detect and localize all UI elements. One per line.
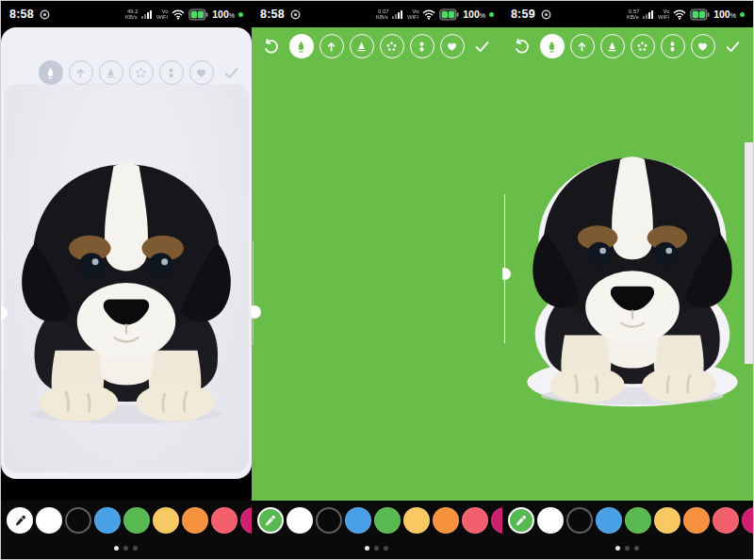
- puppy-image: [8, 144, 245, 427]
- signal-bars-icon: [392, 10, 402, 19]
- magenta-swatch[interactable]: [491, 507, 502, 534]
- page-dot: [114, 546, 119, 551]
- red-swatch[interactable]: [713, 507, 739, 534]
- green-background-canvas: [502, 27, 753, 501]
- yellow-swatch[interactable]: [654, 507, 680, 534]
- blue-swatch[interactable]: [345, 507, 371, 534]
- green-swatch[interactable]: [374, 507, 401, 534]
- blue-swatch[interactable]: [94, 507, 121, 534]
- palette-page-dots: [1, 546, 252, 551]
- status-green-dot: [740, 12, 745, 17]
- dots-dial-tool[interactable]: [631, 34, 655, 58]
- page-dot: [365, 546, 369, 551]
- transparent-swatch[interactable]: [65, 507, 91, 534]
- heart-tool[interactable]: [691, 34, 715, 58]
- white-swatch[interactable]: [287, 507, 313, 534]
- green-swatch[interactable]: [123, 507, 150, 534]
- palette-page-dots: [502, 546, 753, 551]
- status-bar: 8:59 0.57KB/s VoWiFi 100%: [502, 1, 753, 27]
- wand-tool[interactable]: [350, 34, 374, 58]
- red-swatch[interactable]: [462, 507, 488, 534]
- arrow-up-tool[interactable]: [570, 34, 595, 58]
- orange-swatch[interactable]: [683, 507, 710, 534]
- battery-icon: [439, 8, 459, 21]
- color-palette-bar: [502, 501, 753, 559]
- editor-card: [1, 27, 252, 479]
- page-dot: [615, 546, 620, 551]
- undo-icon[interactable]: [259, 34, 284, 58]
- done-check-icon[interactable]: [470, 34, 495, 58]
- white-swatch[interactable]: [537, 507, 564, 534]
- arrow-up-tool[interactable]: [320, 34, 344, 58]
- eraser-tool[interactable]: [540, 34, 565, 58]
- wand-tool[interactable]: [600, 34, 625, 58]
- battery-icon: [690, 8, 710, 21]
- app-screenshot-triptych: 8:58 49.2KB/s VoWiFi 100%: [0, 0, 754, 560]
- status-bar: 8:58 49.2KB/s VoWiFi 100%: [1, 1, 252, 27]
- page-dot: [123, 546, 128, 551]
- undo-icon[interactable]: [510, 34, 534, 58]
- wifi-icon: [172, 8, 185, 20]
- arrow-up-tool[interactable]: [69, 60, 93, 85]
- wifi-icon: [422, 8, 435, 20]
- status-green-dot: [238, 12, 243, 17]
- battery-percent: 100%: [212, 8, 235, 20]
- clock-text: 8:58: [260, 8, 285, 21]
- brush-offset-track[interactable]: [253, 241, 254, 345]
- dots-dial-tool[interactable]: [129, 60, 154, 85]
- battery-icon: [188, 8, 208, 21]
- orange-swatch[interactable]: [433, 507, 459, 534]
- record-circle-icon: [290, 9, 301, 20]
- battery-percent: 100%: [713, 8, 736, 20]
- transparent-swatch[interactable]: [566, 507, 593, 534]
- network-speed: 0.07KB/s: [375, 8, 388, 20]
- eraser-tool[interactable]: [289, 34, 314, 58]
- roller-tool[interactable]: [159, 60, 184, 85]
- wand-tool[interactable]: [99, 60, 123, 85]
- network-speed: 0.57KB/s: [626, 8, 639, 20]
- signal-bars-icon: [141, 10, 152, 19]
- status-green-dot: [489, 12, 494, 17]
- clock-text: 8:59: [511, 8, 535, 21]
- puppy-photo: [4, 84, 249, 472]
- magenta-swatch[interactable]: [742, 507, 753, 534]
- palette-row: [508, 507, 753, 534]
- blue-swatch[interactable]: [596, 507, 622, 534]
- roller-tool[interactable]: [661, 34, 685, 58]
- palette-page-dots: [252, 546, 502, 551]
- done-check-icon[interactable]: [721, 34, 746, 58]
- record-circle-icon: [541, 9, 551, 20]
- color-palette-bar: [1, 501, 252, 559]
- white-swatch[interactable]: [36, 507, 62, 534]
- eyedropper-swatch[interactable]: [257, 507, 284, 534]
- done-check-icon[interactable]: [220, 60, 244, 85]
- vowifi-indicator: VoWiFi: [156, 8, 168, 20]
- dots-dial-tool[interactable]: [380, 34, 404, 58]
- color-palette-bar: [252, 501, 502, 559]
- tool-toolbar: [252, 31, 502, 61]
- green-background-canvas: [252, 27, 502, 501]
- battery-percent: 100%: [463, 8, 485, 20]
- orange-swatch[interactable]: [182, 507, 208, 534]
- page-dot: [384, 546, 388, 551]
- heart-tool[interactable]: [440, 34, 465, 58]
- eyedropper-swatch[interactable]: [7, 507, 33, 534]
- screen-background-color: 8:58 0.07KB/s VoWiFi 100%: [252, 1, 502, 559]
- eyedropper-swatch[interactable]: [508, 507, 534, 534]
- green-swatch[interactable]: [625, 507, 651, 534]
- wifi-icon: [673, 8, 686, 20]
- yellow-swatch[interactable]: [403, 507, 430, 534]
- magenta-swatch[interactable]: [240, 507, 252, 534]
- red-swatch[interactable]: [211, 507, 238, 534]
- heart-tool[interactable]: [189, 60, 214, 85]
- roller-tool[interactable]: [410, 34, 434, 58]
- page-dot: [625, 546, 630, 551]
- yellow-swatch[interactable]: [153, 507, 179, 534]
- eraser-tool[interactable]: [39, 60, 63, 85]
- network-speed: 49.2KB/s: [124, 8, 138, 20]
- transparent-swatch[interactable]: [316, 507, 342, 534]
- vowifi-indicator: VoWiFi: [406, 8, 418, 20]
- clock-text: 8:58: [9, 8, 34, 21]
- page-dot: [634, 546, 639, 551]
- page-dot: [374, 546, 379, 551]
